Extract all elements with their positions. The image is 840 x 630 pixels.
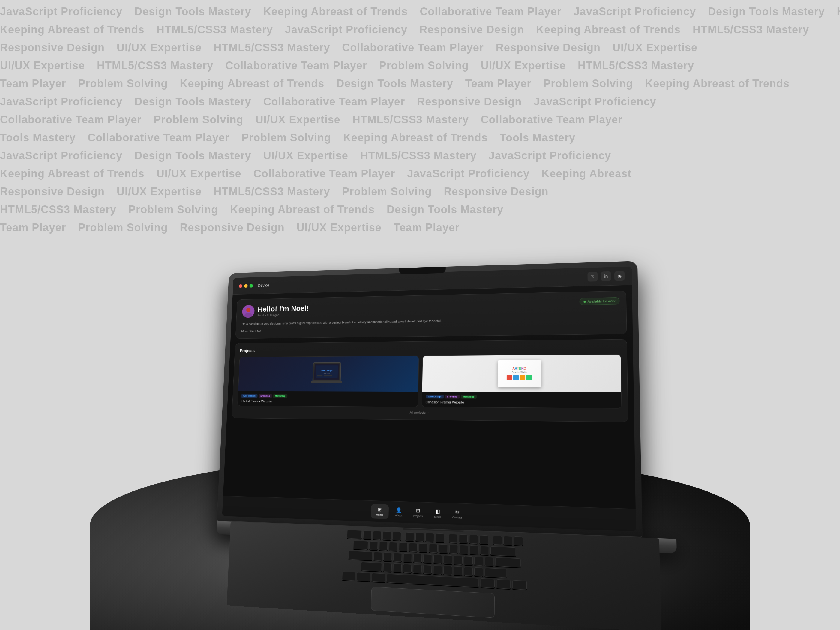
nav-projects[interactable]: ⊟ Projects <box>409 505 428 521</box>
laptop: Device 𝕏 in ◉ <box>216 261 642 552</box>
hero-left: Hello! I'm Noel! Product Designer <box>242 304 309 318</box>
hero-top: Hello! I'm Noel! Product Designer Availa… <box>242 297 619 318</box>
tag-row-1: Web Design Branding Marketing <box>241 394 415 398</box>
hero-card: Hello! I'm Noel! Product Designer Availa… <box>235 291 627 339</box>
available-badge: Available for work <box>579 297 619 305</box>
project-info-2: Web Design Branding Marketing Cohesion F… <box>422 392 622 408</box>
nav-about[interactable]: 👤 About <box>390 504 408 519</box>
projects-title: Projects <box>240 345 621 353</box>
svg-text:Web Design: Web Design <box>321 369 332 372</box>
tag-branding-2: Branding <box>445 395 460 398</box>
tag-branding-1: Branding <box>259 394 272 398</box>
app-ui: Device 𝕏 in ◉ <box>222 267 636 531</box>
nav-home[interactable]: ⊞ Home <box>371 504 389 519</box>
project-thumb-1: Web Design With Noel <box>238 356 418 391</box>
hero-role: Product Designer <box>257 313 309 317</box>
project-info-1: Web Design Branding Marketing Thelist Fr… <box>238 391 418 406</box>
nav-about-label: About <box>395 513 402 517</box>
maximize-button[interactable] <box>249 284 253 287</box>
projects-grid: Web Design With Noel <box>237 354 622 408</box>
hero-identity: Hello! I'm Noel! Product Designer <box>257 304 309 317</box>
laptop-notch <box>399 267 446 275</box>
mini-laptop: Web Design With Noel <box>309 362 344 385</box>
nav-home-label: Home <box>376 513 384 516</box>
svg-rect-7 <box>317 375 322 376</box>
projects-section: Projects <box>232 339 628 422</box>
laptop-screen: Device 𝕏 in ◉ <box>222 267 636 531</box>
project-thumb-2: ARTBRO Creative Studio <box>422 355 621 392</box>
title-bar-left: Device <box>239 283 269 288</box>
mini-laptop-screen: Web Design With Noel <box>312 362 341 381</box>
nav-contact[interactable]: ✉ Contact <box>448 506 466 522</box>
nav-stack[interactable]: ◧ Stack <box>428 505 447 521</box>
tag-marketing-1: Marketing <box>273 394 287 398</box>
home-icon: ⊞ <box>378 507 382 512</box>
svg-rect-4 <box>316 365 338 378</box>
linkedin-icon-btn[interactable]: in <box>601 272 611 281</box>
twitter-icon-btn[interactable]: 𝕏 <box>587 272 598 282</box>
mini-laptop-base <box>311 381 342 383</box>
art-mockup: ARTBRO Creative Studio <box>497 360 541 387</box>
available-text: Available for work <box>588 299 616 303</box>
tag-row-2: Web Design Branding Marketing <box>426 395 617 399</box>
hero-name: Hello! I'm Noel! <box>258 304 309 313</box>
close-button[interactable] <box>239 284 242 288</box>
project-card-1[interactable]: Web Design With Noel <box>237 355 419 407</box>
nav-contact-label: Contact <box>452 516 462 519</box>
nav-projects-label: Projects <box>413 515 423 518</box>
tag-webdesign-1: Web Design <box>241 394 257 398</box>
laptop-screen-outer: Device 𝕏 in ◉ <box>217 261 642 538</box>
instagram-icon-btn[interactable]: ◉ <box>614 271 625 281</box>
svg-rect-8 <box>324 375 332 376</box>
project-card-2[interactable]: ARTBRO Creative Studio <box>422 354 622 408</box>
tag-webdesign-2: Web Design <box>426 395 444 398</box>
about-icon: 👤 <box>396 507 402 513</box>
trackpad[interactable] <box>371 586 495 618</box>
svg-text:With Noel: With Noel <box>324 373 330 374</box>
window-title: Device <box>258 283 269 288</box>
stack-icon: ◧ <box>435 508 440 514</box>
minimize-button[interactable] <box>244 284 248 288</box>
nav-stack-label: Stack <box>434 515 441 518</box>
window-controls <box>239 284 253 288</box>
avatar <box>242 305 255 318</box>
all-projects-link[interactable]: All projects → <box>237 409 622 416</box>
project-name-2: Cohesion Framer Website <box>426 400 617 405</box>
title-bar-icons: 𝕏 in ◉ <box>587 271 625 281</box>
app-content: Hello! I'm Noel! Product Designer Availa… <box>223 285 636 508</box>
status-dot <box>584 301 586 303</box>
tag-marketing-2: Marketing <box>461 395 477 398</box>
projects-icon: ⊟ <box>416 508 420 513</box>
scene: JavaScript ProficiencyDesign Tools Maste… <box>0 0 840 630</box>
project-name-1: Thelist Framer Website <box>241 399 414 404</box>
contact-icon: ✉ <box>455 509 459 515</box>
